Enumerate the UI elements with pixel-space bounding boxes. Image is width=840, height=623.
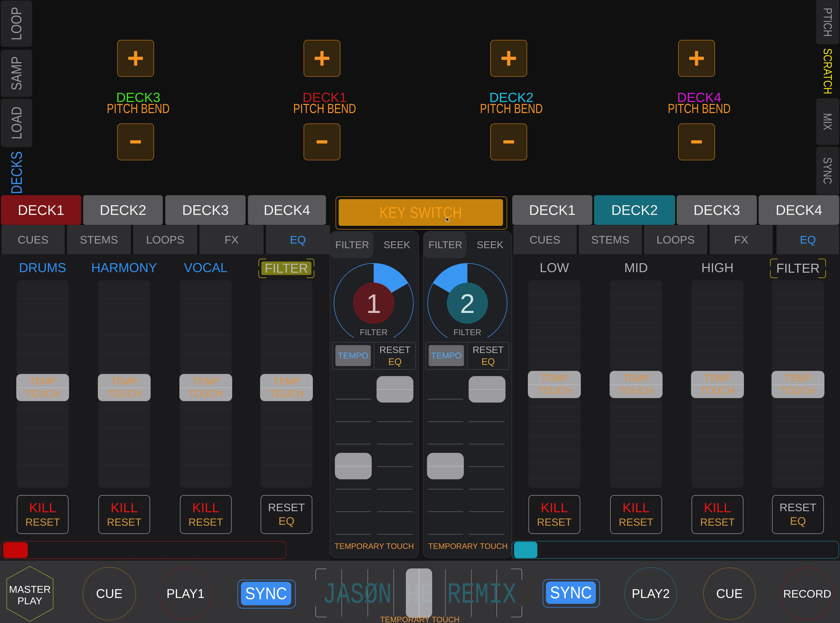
- svg-text:1: 1: [366, 288, 381, 319]
- svg-text:2: 2: [460, 288, 475, 319]
